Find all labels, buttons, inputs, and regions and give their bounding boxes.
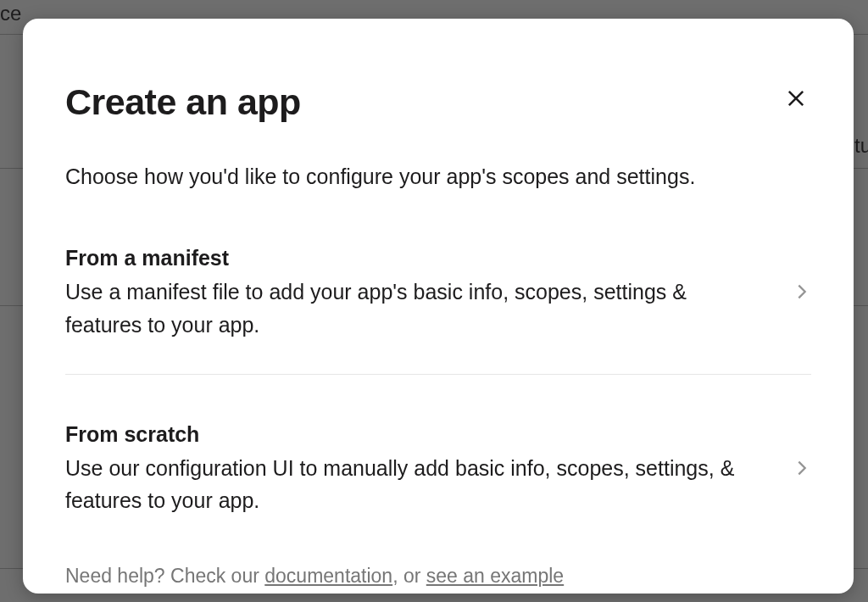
divider (65, 374, 811, 375)
help-prefix: Need help? Check our (65, 565, 264, 587)
option-text: From scratch Use our configuration UI to… (65, 422, 793, 518)
option-description: Use a manifest file to add your app's ba… (65, 276, 759, 342)
see-example-link[interactable]: see an example (426, 565, 564, 587)
dialog-subtitle: Choose how you'd like to configure your … (65, 162, 811, 192)
option-from-manifest[interactable]: From a manifest Use a manifest file to a… (65, 239, 811, 348)
chevron-right-icon (793, 459, 811, 481)
dialog-header: Create an app (65, 81, 811, 123)
option-title: From a manifest (65, 246, 759, 270)
close-icon (784, 86, 808, 110)
option-description: Use our configuration UI to manually add… (65, 452, 759, 518)
help-text: Need help? Check our documentation, or s… (65, 565, 811, 588)
background-text-fragment: ce (0, 2, 21, 25)
option-text: From a manifest Use a manifest file to a… (65, 246, 793, 342)
close-button[interactable] (781, 83, 811, 117)
dialog-title: Create an app (65, 81, 301, 123)
chevron-right-icon (793, 282, 811, 304)
documentation-link[interactable]: documentation (264, 565, 392, 587)
help-middle: , or (392, 565, 426, 587)
option-from-scratch[interactable]: From scratch Use our configuration UI to… (65, 415, 811, 525)
background-text-fragment: tu (854, 134, 868, 158)
option-title: From scratch (65, 422, 759, 447)
create-app-dialog: Create an app Choose how you'd like to c… (23, 19, 854, 594)
